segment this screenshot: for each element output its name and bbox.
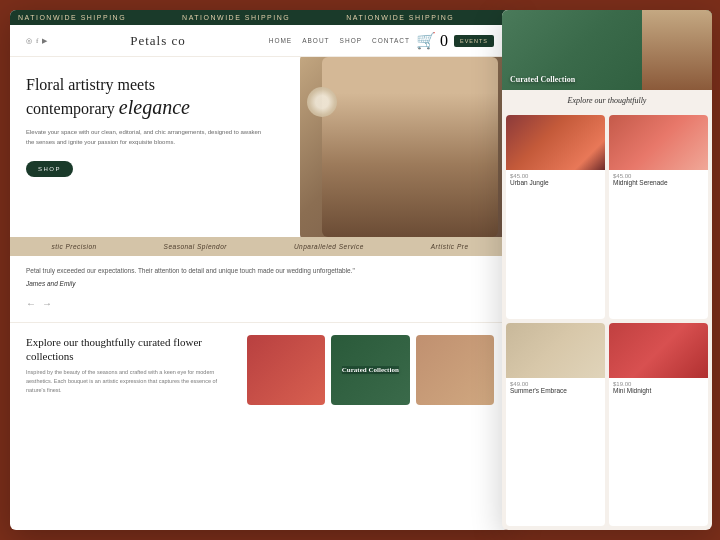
features-strip: stic Precision Seasonal Splendor Unparal… bbox=[10, 237, 510, 256]
bottom-description: Inspired by the beauty of the seasons an… bbox=[26, 368, 237, 394]
testimonial-quote: Petal truly exceeded our expectations. T… bbox=[26, 266, 494, 276]
events-button[interactable]: EVENTS bbox=[454, 35, 494, 47]
nav-about[interactable]: ABOUT bbox=[302, 37, 329, 44]
hero-image-bg bbox=[300, 57, 510, 237]
product-info: $45.00 Midnight Serenade bbox=[609, 170, 708, 189]
product-image-summers-embrace bbox=[506, 323, 605, 378]
flower-decoration bbox=[307, 87, 337, 117]
hero-section: Floral artistry meets contemporary elega… bbox=[10, 57, 510, 237]
curated-overlay: Curated Collection bbox=[331, 335, 409, 405]
youtube-icon[interactable]: ▶ bbox=[42, 37, 47, 45]
feature-2: Seasonal Splendor bbox=[164, 243, 227, 250]
hero-person-photo bbox=[322, 57, 498, 237]
next-arrow[interactable]: → bbox=[42, 296, 52, 312]
nav-shop[interactable]: SHOP bbox=[340, 37, 362, 44]
curated-label: Curated Collection bbox=[342, 366, 399, 374]
feature-4: Artístic Pre bbox=[431, 243, 469, 250]
product-card-summers-embrace[interactable]: $49.00 Summer's Embrace bbox=[506, 323, 605, 527]
bottom-image-3 bbox=[416, 335, 494, 405]
product-info: $19.00 Mini Midnight bbox=[609, 378, 708, 397]
navigation: ◎ f ▶ Petals co HOME ABOUT SHOP CONTACT … bbox=[10, 25, 510, 57]
product-image-urban-jungle bbox=[506, 115, 605, 170]
bottom-title: Explore our thoughtfully curated flower … bbox=[26, 335, 237, 364]
bottom-image-curated[interactable]: Curated Collection bbox=[331, 335, 409, 405]
website-card: NATIONWIDE SHIPPING NATIONWIDE SHIPPING … bbox=[10, 10, 510, 530]
product-card-mini-midnight[interactable]: $19.00 Mini Midnight bbox=[609, 323, 708, 527]
product-info: $49.00 Summer's Embrace bbox=[506, 378, 605, 397]
ticker-item: NATIONWIDE SHIPPING bbox=[346, 14, 454, 21]
feature-1: stic Precision bbox=[51, 243, 96, 250]
testimonial-author: James and Emily bbox=[26, 279, 494, 289]
product-name: Mini Midnight bbox=[613, 387, 704, 394]
carousel-arrows: ← → bbox=[26, 296, 494, 312]
panel-banner-text: Explore our thoughtfully bbox=[502, 90, 712, 111]
product-name: Urban Jungle bbox=[510, 179, 601, 186]
hero-image bbox=[300, 57, 510, 237]
instagram-icon[interactable]: ◎ bbox=[26, 37, 32, 45]
hero-title: Floral artistry meets contemporary elega… bbox=[26, 75, 269, 120]
product-card-urban-jungle[interactable]: $45.00 Urban Jungle bbox=[506, 115, 605, 319]
testimonial-section: Petal truly exceeded our expectations. T… bbox=[10, 256, 510, 323]
nav-contact[interactable]: CONTACT bbox=[372, 37, 410, 44]
person-thumbnail bbox=[642, 10, 712, 90]
bottom-image-grid: Curated Collection bbox=[247, 335, 494, 405]
collection-title: Curated Collection bbox=[510, 75, 575, 84]
bottom-text: Explore our thoughtfully curated flower … bbox=[26, 335, 237, 405]
collection-banner[interactable]: Curated Collection bbox=[502, 10, 712, 90]
product-name: Summer's Embrace bbox=[510, 387, 601, 394]
product-info: $45.00 Urban Jungle bbox=[506, 170, 605, 189]
nav-links: HOME ABOUT SHOP CONTACT bbox=[269, 37, 410, 44]
product-image-midnight-serenade bbox=[609, 115, 708, 170]
nav-actions: HOME ABOUT SHOP CONTACT 🛒 0 EVENTS bbox=[269, 31, 494, 50]
hero-text: Floral artistry meets contemporary elega… bbox=[10, 57, 285, 237]
right-product-panel: Curated Collection Explore our thoughtfu… bbox=[502, 10, 712, 530]
ticker-item: NATIONWIDE SHIPPING bbox=[18, 14, 126, 21]
product-grid: $45.00 Urban Jungle $45.00 Midnight Sere… bbox=[502, 111, 712, 530]
bottom-image-1 bbox=[247, 335, 325, 405]
ticker-bar: NATIONWIDE SHIPPING NATIONWIDE SHIPPING … bbox=[10, 10, 510, 25]
product-card-midnight-serenade[interactable]: $45.00 Midnight Serenade bbox=[609, 115, 708, 319]
product-image-mini-midnight bbox=[609, 323, 708, 378]
cart-icon[interactable]: 🛒 0 bbox=[416, 31, 448, 50]
social-links: ◎ f ▶ bbox=[26, 37, 47, 45]
facebook-icon[interactable]: f bbox=[36, 37, 38, 45]
ticker-item: NATIONWIDE SHIPPING bbox=[182, 14, 290, 21]
bottom-section: Explore our thoughtfully curated flower … bbox=[10, 323, 510, 417]
site-logo[interactable]: Petals co bbox=[130, 33, 186, 49]
shop-button[interactable]: SHOP bbox=[26, 161, 73, 177]
nav-home[interactable]: HOME bbox=[269, 37, 293, 44]
feature-3: Unparalleled Service bbox=[294, 243, 364, 250]
product-name: Midnight Serenade bbox=[613, 179, 704, 186]
hero-description: Elevate your space with our clean, edito… bbox=[26, 128, 269, 147]
prev-arrow[interactable]: ← bbox=[26, 296, 36, 312]
